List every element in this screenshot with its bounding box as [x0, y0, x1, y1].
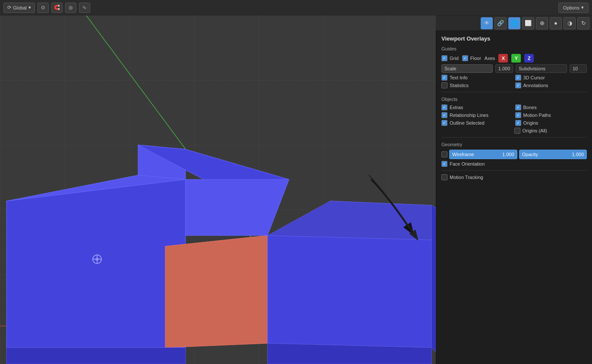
viewport-icon-refresh[interactable]: ↻ — [577, 17, 589, 29]
svg-marker-15 — [431, 205, 436, 352]
viewport-icon-globe[interactable]: 🌐 — [508, 17, 520, 29]
bones-label: Bones — [523, 105, 537, 110]
axes-label: Axes — [485, 56, 495, 61]
motion-tracking-checkbox-item[interactable]: Motion Tracking — [441, 174, 587, 180]
statistics-label: Statistics — [450, 83, 469, 88]
motion-paths-checkbox-item[interactable]: Motion Paths — [515, 112, 587, 118]
text-info-row: Text Info 3D Cursor — [441, 75, 587, 81]
cursor-3d-checkbox[interactable] — [515, 75, 521, 81]
scale-value[interactable]: 1.000 — [495, 64, 513, 73]
geometry-wireframe-row: Wireframe 1.000 Opacity 1.000 — [441, 150, 587, 159]
objects-section-label: Objects — [441, 97, 587, 102]
chevron-down-icon: ▾ — [28, 5, 31, 10]
relationship-lines-checkbox-item[interactable]: Relationship Lines — [441, 112, 513, 118]
subdivisions-field: Subdivisions — [516, 64, 567, 73]
svg-marker-9 — [268, 235, 431, 348]
bones-checkbox-item[interactable]: Bones — [515, 104, 587, 110]
relationship-lines-label: Relationship Lines — [450, 113, 488, 118]
motion-tracking-checkbox[interactable] — [441, 174, 447, 180]
proportional-btn[interactable]: ◎ — [65, 3, 76, 13]
annotations-checkbox[interactable] — [515, 82, 521, 88]
bones-checkbox[interactable] — [515, 104, 521, 110]
grid-checkbox-item[interactable]: Grid — [441, 55, 459, 61]
origins-all-checkbox-item[interactable]: Origins (All) — [514, 128, 587, 134]
origins-label: Origins — [523, 120, 538, 126]
svg-marker-13 — [6, 348, 186, 364]
viewport-icon-link[interactable]: 🔗 — [494, 17, 507, 29]
face-orientation-checkbox[interactable] — [441, 161, 447, 167]
opacity-button[interactable]: Opacity 1.000 — [519, 150, 587, 159]
grid-checkbox[interactable] — [441, 55, 447, 61]
cursor-3d-checkbox-item[interactable]: 3D Cursor — [515, 75, 587, 81]
grid-label: Grid — [450, 56, 459, 61]
divider-2 — [441, 137, 587, 138]
viewport-icon-square[interactable]: ⬜ — [522, 17, 534, 29]
subdivisions-value[interactable]: 10 — [570, 64, 587, 73]
viewport-shading-icon-eye[interactable]: 👁 — [481, 17, 493, 29]
extras-label: Extras — [450, 105, 463, 110]
motion-paths-checkbox[interactable] — [515, 112, 521, 118]
header-icons-bar: 👁 🔗 🌐 ⬜ ⊕ ● ◑ ↻ — [436, 16, 592, 31]
guides-section-label: Guides — [441, 46, 587, 51]
wireframe-checkbox[interactable] — [441, 151, 447, 157]
falloff-btn[interactable]: ∿ — [79, 3, 90, 13]
origins-all-label: Origins (All) — [523, 128, 547, 133]
axis-x-button[interactable]: X — [498, 54, 508, 63]
subdivisions-label: Subdivisions — [519, 66, 545, 71]
floor-checkbox[interactable] — [462, 55, 468, 61]
wireframe-button[interactable]: Wireframe 1.000 — [449, 150, 517, 159]
transform-orientation-btn[interactable]: ⟳ Global ▾ — [3, 3, 35, 13]
axis-z-button[interactable]: Z — [524, 54, 534, 63]
viewport-icon-circle[interactable]: ⊕ — [536, 17, 548, 29]
floor-label: Floor — [470, 56, 481, 61]
viewport[interactable] — [0, 16, 436, 364]
origins-all-checkbox[interactable] — [514, 128, 520, 134]
orientation-label: Global — [13, 5, 27, 10]
opacity-value: 1.000 — [572, 152, 584, 157]
objects-row-3: Outline Selected Origins — [441, 120, 587, 126]
options-label: Options — [563, 5, 579, 10]
3d-scene — [0, 16, 436, 364]
panel-title: Viewport Overlays — [441, 35, 587, 42]
scale-field[interactable]: Scale — [441, 64, 493, 73]
opacity-label: Opacity — [522, 152, 538, 157]
wireframe-label: Wireframe — [452, 152, 474, 157]
outline-selected-label: Outline Selected — [450, 120, 485, 126]
text-info-checkbox-item[interactable]: Text Info — [441, 75, 513, 81]
scale-label: Scale — [444, 66, 457, 71]
objects-row-4: Origins (All) — [441, 128, 587, 134]
outline-selected-checkbox[interactable] — [441, 120, 447, 126]
geometry-section-label: Geometry — [441, 142, 587, 147]
outline-selected-checkbox-item[interactable]: Outline Selected — [441, 120, 513, 126]
statistics-row: Statistics Annotations — [441, 82, 587, 88]
motion-paths-label: Motion Paths — [523, 113, 551, 118]
statistics-checkbox[interactable] — [441, 82, 447, 88]
toolbar-right: Options ▾ — [558, 3, 589, 13]
objects-row-2: Relationship Lines Motion Paths — [441, 112, 587, 118]
text-info-label: Text Info — [450, 75, 468, 80]
face-orientation-checkbox-item[interactable]: Face Orientation — [441, 161, 587, 167]
axis-y-button[interactable]: Y — [511, 54, 521, 63]
origins-checkbox[interactable] — [515, 120, 521, 126]
viewport-icon-blue[interactable]: ◑ — [564, 17, 576, 29]
statistics-checkbox-item[interactable]: Statistics — [441, 82, 513, 88]
snap-btn[interactable]: 🧲 — [51, 3, 63, 13]
text-info-checkbox[interactable] — [441, 75, 447, 81]
origins-checkbox-item[interactable]: Origins — [515, 120, 587, 126]
overlay-panel: Viewport Overlays Guides Grid Floor Axes… — [436, 31, 592, 364]
face-orientation-label: Face Orientation — [450, 161, 485, 166]
floor-checkbox-item[interactable]: Floor — [462, 55, 481, 61]
viewport-icon-dot[interactable]: ● — [550, 17, 562, 29]
extras-checkbox[interactable] — [441, 104, 447, 110]
annotations-checkbox-item[interactable]: Annotations — [515, 82, 587, 88]
wireframe-value: 1.000 — [502, 152, 514, 157]
svg-marker-8 — [165, 235, 268, 348]
divider-3 — [441, 170, 587, 171]
extras-checkbox-item[interactable]: Extras — [441, 104, 513, 110]
cursor-3d-label: 3D Cursor — [523, 75, 545, 80]
relationship-lines-checkbox[interactable] — [441, 112, 447, 118]
chevron-down-icon: ▾ — [581, 5, 584, 10]
divider-1 — [441, 92, 587, 92]
options-button[interactable]: Options ▾ — [558, 3, 589, 13]
pivot-btn[interactable]: ⊙ — [38, 3, 49, 13]
